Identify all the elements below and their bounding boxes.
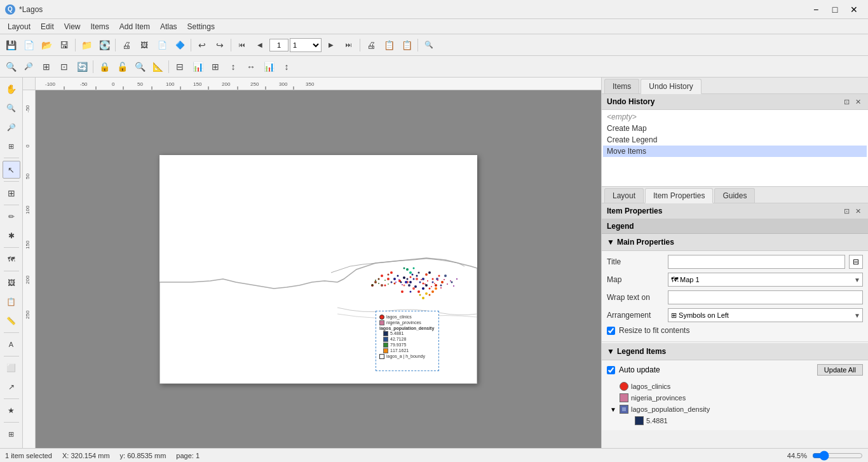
canvas-area[interactable]: -100 -50 0 50 100 150 200 250 300 350 xyxy=(23,78,601,448)
zoom-out-button[interactable]: 🔎 xyxy=(20,58,37,75)
undo-button[interactable]: ↩ xyxy=(194,37,210,53)
refresh-button[interactable]: 🔄 xyxy=(74,58,90,75)
menu-items[interactable]: Items xyxy=(86,21,114,32)
tree-item-clinics[interactable]: ▶ lagos_clinics xyxy=(607,381,863,392)
zoom-slider[interactable] xyxy=(812,451,863,460)
next-page-button[interactable]: ▶ xyxy=(323,37,339,53)
star-tool[interactable]: ★ xyxy=(3,402,20,419)
ungroup-button[interactable]: ↕ xyxy=(225,58,241,75)
add-label-tool[interactable]: A xyxy=(3,336,20,353)
lock-button[interactable]: 🔒 xyxy=(96,58,112,75)
canvas-content[interactable]: lagos_clinics nigeria_provinces lagos_po… xyxy=(36,90,601,448)
print2-button[interactable]: 🖨 xyxy=(363,37,379,53)
5-expand[interactable]: ▶ xyxy=(625,417,632,425)
prev-page-button[interactable]: ◀ xyxy=(252,37,268,53)
open-folder-button[interactable]: 📁 xyxy=(78,37,95,53)
move-content-tool[interactable]: ⊞ xyxy=(3,184,20,202)
add-arrow-tool[interactable]: ↗ xyxy=(3,378,20,396)
resize-checkbox[interactable] xyxy=(607,327,615,335)
map-select[interactable]: 🗺 Map 1 xyxy=(668,273,863,287)
zoom-full-button[interactable]: ⊞ xyxy=(38,58,55,75)
add-nodes-tool[interactable]: ✱ xyxy=(3,227,20,245)
menu-settings[interactable]: Settings xyxy=(182,21,220,32)
redo-button[interactable]: ↪ xyxy=(212,37,228,53)
grid-button[interactable]: 📐 xyxy=(149,58,166,75)
undo-item-empty[interactable]: <empty> xyxy=(603,111,867,123)
save-button[interactable]: 💾 xyxy=(3,37,19,53)
legend-canvas-box[interactable]: lagos_clinics nigeria_provinces lagos_po… xyxy=(376,311,439,371)
menu-add-item[interactable]: Add Item xyxy=(114,21,155,32)
page-number-input[interactable] xyxy=(269,39,288,51)
page-select[interactable]: 1 xyxy=(290,38,322,52)
tab-layout[interactable]: Layout xyxy=(604,188,644,203)
unlock-button[interactable]: 🔓 xyxy=(114,58,130,75)
group-button[interactable]: ⊞ xyxy=(207,58,224,75)
tree-item-population[interactable]: ▼ lagos_population_density xyxy=(607,404,863,415)
arrangement-select[interactable]: ⊞ Symbols on Left Symbols on Right xyxy=(668,308,863,322)
clinics-expand[interactable]: ▶ xyxy=(609,383,617,390)
menu-edit[interactable]: Edit xyxy=(36,21,59,32)
lower-button[interactable]: 📊 xyxy=(261,58,277,75)
menu-layout[interactable]: Layout xyxy=(3,21,36,32)
select-tool[interactable]: ↖ xyxy=(3,161,20,179)
map-page[interactable]: lagos_clinics nigeria_provinces lagos_po… xyxy=(159,155,477,384)
front-button[interactable]: ↕ xyxy=(278,58,295,75)
undo-item-move-items[interactable]: Move Items xyxy=(603,146,867,157)
minimize-button[interactable]: − xyxy=(807,3,825,17)
item-properties-float-button[interactable]: ⊡ xyxy=(841,206,851,216)
select-all-tool[interactable]: ⊞ xyxy=(3,137,20,155)
undo-item-create-legend[interactable]: Create Legend xyxy=(603,134,867,146)
update-all-button[interactable]: Update All xyxy=(817,364,863,376)
add-shape-tool[interactable]: ⬜ xyxy=(3,359,20,377)
open-button[interactable]: 📂 xyxy=(38,37,55,53)
close-button[interactable]: ✕ xyxy=(845,3,863,17)
legend-items-header[interactable]: ▼ Legend Items xyxy=(602,343,868,360)
tab-undo-history[interactable]: Undo History xyxy=(641,79,701,94)
main-properties-header[interactable]: ▼ Main Properties xyxy=(602,234,868,251)
add-legend-tool[interactable]: 📋 xyxy=(3,293,20,311)
save-copy-button[interactable]: 💽 xyxy=(96,37,112,53)
last-page-button[interactable]: ⏭ xyxy=(341,37,357,53)
zoom-in-button[interactable]: 🔍 xyxy=(3,58,19,75)
zoom-out-tool[interactable]: 🔎 xyxy=(3,118,20,136)
add-table-tool[interactable]: ⊞ xyxy=(3,425,20,443)
menu-atlas[interactable]: Atlas xyxy=(155,21,182,32)
population-expand[interactable]: ▼ xyxy=(609,405,617,413)
raise-button[interactable]: ↔ xyxy=(243,58,259,75)
tree-item-provinces[interactable]: ▶ nigeria_provinces xyxy=(607,392,863,404)
maximize-button[interactable]: □ xyxy=(826,3,844,17)
wrap-input[interactable] xyxy=(668,290,863,304)
auto-update-checkbox[interactable] xyxy=(607,366,615,374)
add-image-tool[interactable]: 🖼 xyxy=(3,274,20,292)
edit-nodes-tool[interactable]: ✏ xyxy=(3,208,20,226)
select-button[interactable]: ⊟ xyxy=(172,58,188,75)
undo-history-close-button[interactable]: ✕ xyxy=(853,97,863,107)
pan-tool[interactable]: ✋ xyxy=(3,80,20,98)
print-button[interactable]: 🖨 xyxy=(118,37,135,53)
export-image-button[interactable]: 🖼 xyxy=(136,37,153,53)
provinces-expand[interactable]: ▶ xyxy=(609,394,617,402)
zoom-layout-button[interactable]: 🔍 xyxy=(421,37,437,53)
undo-history-float-button[interactable]: ⊡ xyxy=(841,97,851,107)
zoom-fit-button[interactable]: ⊡ xyxy=(56,58,72,75)
tree-item-5[interactable]: ▶ 5.4881 xyxy=(607,415,863,426)
export3-button[interactable]: 📋 xyxy=(398,37,415,53)
export-svg-button[interactable]: 🔷 xyxy=(172,37,188,53)
bar-chart-button[interactable]: 📊 xyxy=(189,58,206,75)
export2-button[interactable]: 📋 xyxy=(381,37,397,53)
search-items-button[interactable]: 🔍 xyxy=(132,58,148,75)
undo-item-create-map[interactable]: Create Map xyxy=(603,123,867,134)
export-pdf-button[interactable]: 📄 xyxy=(154,37,170,53)
undo-history-content[interactable]: <empty> Create Map Create Legend Move It… xyxy=(602,110,868,186)
save-as-button[interactable]: 🖫 xyxy=(56,37,72,53)
title-icon-button[interactable]: ⊟ xyxy=(849,255,863,269)
add-scale-tool[interactable]: 📏 xyxy=(3,312,20,330)
tab-items[interactable]: Items xyxy=(604,79,639,93)
title-input[interactable] xyxy=(668,255,845,269)
zoom-in-tool[interactable]: 🔍 xyxy=(3,99,20,117)
add-map-tool[interactable]: 🗺 xyxy=(3,250,20,268)
first-page-button[interactable]: ⏮ xyxy=(234,37,250,53)
menu-view[interactable]: View xyxy=(59,21,86,32)
new-button[interactable]: 📄 xyxy=(20,37,37,53)
item-properties-close-button[interactable]: ✕ xyxy=(853,206,863,216)
